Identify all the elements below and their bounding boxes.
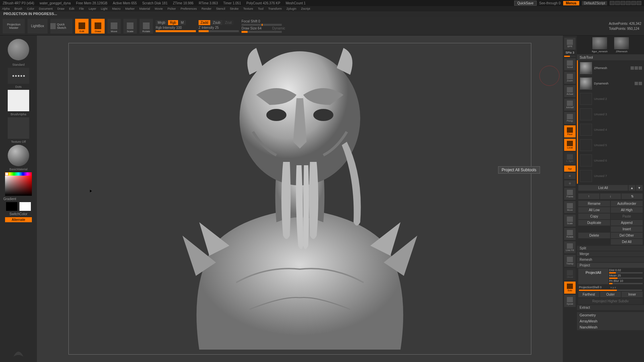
edit-button[interactable]: Edit bbox=[75, 19, 89, 34]
lightbox-button[interactable]: LightBox bbox=[28, 19, 48, 34]
grid-icon[interactable] bbox=[615, 1, 620, 5]
pablur-slider[interactable] bbox=[609, 283, 643, 284]
remesh-section[interactable]: Remesh bbox=[577, 257, 644, 262]
menu-draw[interactable]: Draw bbox=[57, 7, 64, 10]
allhigh-button[interactable]: All High bbox=[611, 207, 643, 213]
tool-thumb-2[interactable]: ZRemesh bbox=[614, 37, 629, 53]
move-up-button[interactable]: ↑ bbox=[578, 193, 599, 199]
copy-button[interactable]: Copy bbox=[578, 214, 610, 219]
nav-scale-button[interactable]: Scale bbox=[564, 215, 576, 227]
lsym-button[interactable]: L.Sym bbox=[564, 152, 576, 164]
paste-button[interactable]: Paste bbox=[611, 214, 643, 219]
projection-master-button[interactable]: Projection Master bbox=[3, 19, 25, 34]
menu-stencil[interactable]: Stencil bbox=[216, 7, 225, 10]
paint-icon[interactable] bbox=[639, 82, 642, 85]
outer-button[interactable]: Outer bbox=[600, 292, 621, 297]
project-section[interactable]: Project bbox=[577, 263, 644, 268]
geometry-header[interactable]: Geometry bbox=[577, 312, 644, 318]
rename-button[interactable]: Rename bbox=[578, 201, 610, 206]
inner-button[interactable]: Inner bbox=[622, 292, 643, 297]
rgb-button[interactable]: Rgb bbox=[168, 20, 178, 25]
menu-zscript[interactable]: Zscript bbox=[301, 7, 310, 10]
linefill-button[interactable]: Line Fill bbox=[564, 241, 576, 253]
split-section[interactable]: Split bbox=[577, 246, 644, 251]
zoom-button[interactable]: Zoom bbox=[564, 72, 576, 84]
subtool-item[interactable]: Unused 2 bbox=[578, 91, 644, 107]
subtool-item[interactable]: Unused 4 bbox=[578, 122, 644, 137]
defaultzscript-button[interactable]: DefaultZScript bbox=[582, 1, 607, 5]
floor-button[interactable]: Floor bbox=[564, 125, 576, 137]
menu-color[interactable]: Color bbox=[27, 7, 35, 10]
menu-preferences[interactable]: Preferences bbox=[180, 7, 197, 10]
autoreorder-button[interactable]: AutoReorder bbox=[611, 201, 643, 206]
material-thumbnail[interactable] bbox=[8, 145, 29, 166]
move-all-button[interactable]: ⇅ bbox=[622, 193, 643, 199]
menu-stroke[interactable]: Stroke bbox=[230, 7, 238, 10]
focal-shift-slider[interactable] bbox=[241, 24, 282, 26]
alternate-button[interactable]: Alternate bbox=[5, 217, 32, 222]
mean-slider[interactable] bbox=[609, 278, 643, 279]
brush-thumbnail[interactable] bbox=[8, 39, 29, 60]
nanomesh-header[interactable]: NanoMesh bbox=[577, 324, 644, 330]
transp-button[interactable]: Transp bbox=[564, 255, 576, 267]
primary-color-swatch[interactable] bbox=[19, 202, 31, 211]
saturation-value-box[interactable] bbox=[5, 176, 32, 196]
projectall-button[interactable]: ProjectAll bbox=[578, 268, 608, 284]
insert-button[interactable]: Insert bbox=[611, 226, 643, 232]
menu-brush[interactable]: Brush bbox=[14, 7, 22, 10]
z-intensity-slider[interactable] bbox=[199, 30, 239, 32]
move-button[interactable]: Move bbox=[107, 19, 121, 34]
stroke-thumbnail[interactable] bbox=[8, 68, 29, 84]
subtool-item[interactable]: Unused 5 bbox=[578, 137, 644, 153]
subtool-item[interactable]: Unused 7 bbox=[578, 168, 644, 184]
frame-button[interactable]: Frame bbox=[564, 188, 576, 200]
spix-slider[interactable] bbox=[564, 56, 576, 57]
menu-edit[interactable]: Edit bbox=[69, 7, 74, 10]
draw-button[interactable]: Draw bbox=[91, 19, 105, 34]
delete-button[interactable]: Delete bbox=[578, 233, 610, 238]
canvas-area[interactable]: Project All Subtools bbox=[37, 36, 563, 362]
eye-icon[interactable] bbox=[635, 82, 638, 85]
tool-thumb-1[interactable]: figur_remesh bbox=[592, 37, 608, 53]
zsub-button[interactable]: Zsub bbox=[211, 20, 222, 25]
secondary-color-swatch[interactable] bbox=[6, 202, 17, 211]
zcut-button[interactable]: Zcut bbox=[223, 20, 233, 25]
arraymesh-header[interactable]: ArrayMesh bbox=[577, 318, 644, 324]
texture-thumbnail[interactable] bbox=[8, 117, 29, 139]
menu-render[interactable]: Render bbox=[202, 7, 212, 10]
arrow-down-button[interactable]: ▼ bbox=[636, 185, 643, 191]
mrgb-button[interactable]: Mrgb bbox=[156, 20, 167, 25]
menus-button[interactable]: Menus bbox=[563, 1, 579, 5]
menu-transform[interactable]: Transform bbox=[268, 7, 282, 10]
menu-document[interactable]: Document bbox=[39, 7, 53, 10]
menu-texture[interactable]: Texture bbox=[243, 7, 253, 10]
subtool-header[interactable]: SubTool bbox=[577, 54, 644, 60]
menu-picker[interactable]: Picker bbox=[167, 7, 176, 10]
spix-label[interactable]: SPix 3 bbox=[566, 51, 574, 54]
pf2-button[interactable]: ◎ bbox=[564, 180, 576, 186]
dist-slider[interactable] bbox=[609, 272, 643, 274]
menu-tool[interactable]: Tool bbox=[258, 7, 264, 10]
nav-rotate-button[interactable]: Rotate bbox=[564, 228, 576, 240]
pf-button[interactable]: ⊙ bbox=[564, 173, 576, 179]
switchcolor-button[interactable]: SwitchColor bbox=[9, 212, 27, 216]
subtool-item[interactable]: Unused 3 bbox=[578, 107, 644, 122]
xpose-button[interactable]: Xpose bbox=[564, 295, 576, 307]
xyz-button[interactable]: Xyz bbox=[564, 166, 576, 172]
eye2-icon[interactable] bbox=[639, 66, 642, 70]
rgb-intensity-slider[interactable] bbox=[156, 30, 196, 32]
grid-icon[interactable] bbox=[621, 1, 625, 5]
subtool-item[interactable]: Dynamesh bbox=[578, 76, 644, 91]
m-button[interactable]: M bbox=[179, 20, 185, 25]
scale-button[interactable]: Scale bbox=[123, 19, 137, 34]
hue-strip[interactable] bbox=[5, 172, 32, 176]
quicksketch-button[interactable]: Quick Sketch bbox=[50, 19, 72, 34]
persp-button[interactable]: Persp bbox=[564, 112, 576, 124]
farthest-button[interactable]: Farthest bbox=[578, 292, 599, 297]
subtool-item[interactable]: Unused 6 bbox=[578, 153, 644, 168]
duplicate-button[interactable]: Duplicate bbox=[578, 220, 610, 226]
draw-size-slider[interactable] bbox=[241, 31, 282, 33]
delother-button[interactable]: Del Other bbox=[611, 233, 643, 238]
menu-zplugin[interactable]: Zplugin bbox=[286, 7, 297, 10]
solo-button[interactable]: Solo bbox=[564, 282, 576, 294]
